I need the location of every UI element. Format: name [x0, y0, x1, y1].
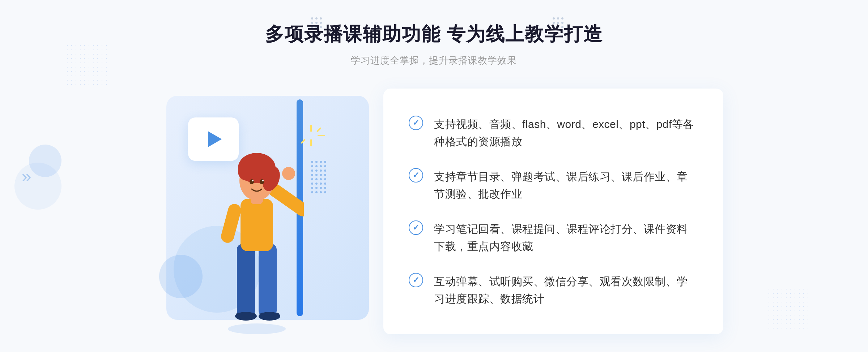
dot-pattern-2 — [767, 287, 810, 330]
dot-pattern-1 — [65, 43, 109, 87]
svg-rect-2 — [237, 244, 255, 316]
check-icon-1: ✓ — [413, 119, 419, 127]
ray-1 — [310, 125, 312, 132]
svg-rect-1 — [259, 244, 277, 316]
illustration-panel — [145, 89, 383, 334]
feature-text-2: 支持章节目录、弹题考试、课后练习、课后作业、章节测验、批改作业 — [434, 168, 698, 203]
page-title: 多项录播课辅助功能 专为线上教学打造 — [265, 22, 603, 47]
feature-text-1: 支持视频、音频、flash、word、excel、ppt、pdf等各种格式的资源… — [434, 116, 698, 150]
svg-rect-7 — [241, 199, 273, 251]
check-circle-1: ✓ — [409, 116, 423, 130]
ray-4 — [316, 127, 322, 132]
feature-text-3: 学习笔记回看、课程提问、课程评论打分、课件资料下载，重点内容收藏 — [434, 220, 698, 255]
svg-rect-6 — [236, 313, 256, 319]
ray-5 — [301, 139, 306, 144]
features-panel: ✓ 支持视频、音频、flash、word、excel、ppt、pdf等各种格式的… — [383, 89, 723, 334]
svg-point-15 — [250, 179, 254, 184]
check-circle-2: ✓ — [409, 168, 423, 183]
check-circle-3: ✓ — [409, 220, 423, 235]
stripe-dot-decoration — [311, 161, 340, 204]
svg-point-19 — [282, 167, 295, 180]
ray-3 — [310, 139, 312, 146]
feature-item-3: ✓ 学习笔记回看、课程提问、课程评论打分、课件资料下载，重点内容收藏 — [409, 220, 698, 255]
check-icon-2: ✓ — [413, 171, 419, 179]
svg-rect-8 — [220, 202, 242, 244]
side-circle-2 — [14, 163, 61, 210]
svg-point-16 — [260, 179, 264, 184]
teaching-person-figure — [210, 132, 304, 334]
feature-item-2: ✓ 支持章节目录、弹题考试、课后练习、课后作业、章节测验、批改作业 — [409, 168, 698, 203]
person-svg — [210, 132, 304, 334]
header-section: 多项录播课辅助功能 专为线上教学打造 学习进度全掌握，提升录播课教学效果 — [265, 22, 603, 67]
svg-point-0 — [228, 323, 286, 334]
ray-2 — [318, 135, 325, 136]
feature-item-4: ✓ 互动弹幕、试听购买、微信分享、观看次数限制、学习进度跟踪、数据统计 — [409, 273, 698, 308]
check-icon-4: ✓ — [413, 276, 419, 284]
check-icon-3: ✓ — [413, 224, 419, 232]
page-subtitle: 学习进度全掌握，提升录播课教学效果 — [265, 54, 603, 67]
feature-item-1: ✓ 支持视频、音频、flash、word、excel、ppt、pdf等各种格式的… — [409, 116, 698, 150]
main-content: ✓ 支持视频、音频、flash、word、excel、ppt、pdf等各种格式的… — [145, 89, 723, 334]
svg-rect-4 — [260, 313, 280, 319]
svg-point-17 — [252, 180, 254, 181]
light-rays-decoration — [300, 125, 322, 146]
check-circle-4: ✓ — [409, 273, 423, 287]
feature-text-4: 互动弹幕、试听购买、微信分享、观看次数限制、学习进度跟踪、数据统计 — [434, 273, 698, 308]
svg-point-18 — [262, 180, 264, 181]
page-container: 多项录播课辅助功能 专为线上教学打造 学习进度全掌握，提升录播课教学效果 » — [0, 0, 868, 352]
